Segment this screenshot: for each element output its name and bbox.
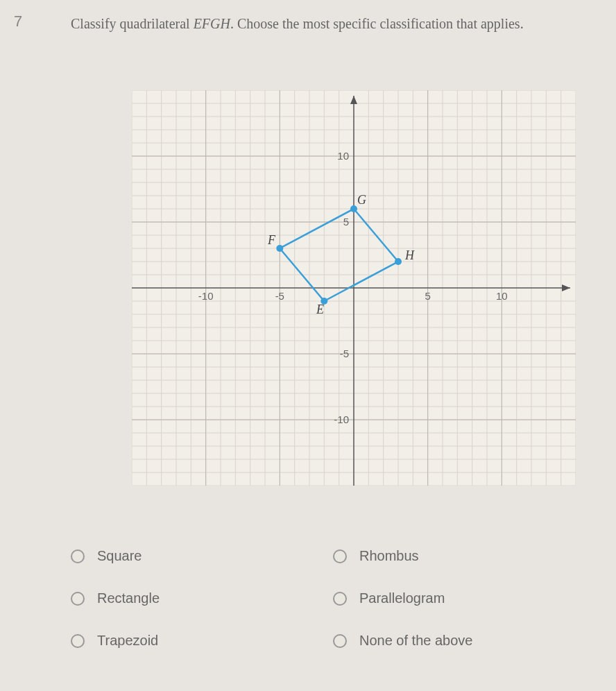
x-tick-10: 10 [496,290,508,302]
option-rectangle[interactable]: Rectangle [71,590,319,606]
option-parallelogram[interactable]: Parallelogram [333,590,581,606]
option-label: None of the above [359,633,472,649]
y-tick-neg5: -5 [340,348,349,359]
x-tick-5: 5 [425,290,431,302]
label-h: H [404,248,415,262]
option-label: Parallelogram [359,590,445,606]
radio-icon [71,592,85,606]
radio-icon [71,549,85,563]
question-suffix: . Choose the most specific classificatio… [230,16,524,31]
question-shape-name: EFGH [194,16,230,31]
coordinate-plane: -10 -5 5 10 10 5 -5 -10 E F G H [132,90,576,486]
option-label: Rectangle [97,590,160,606]
svg-marker-70 [562,284,570,291]
option-label: Trapezoid [97,633,158,649]
radio-icon [333,634,347,648]
option-rhombus[interactable]: Rhombus [333,548,581,564]
x-tick-neg10: -10 [198,290,214,302]
question-number: 7 [14,12,22,31]
question-text: Classify quadrilateral EFGH. Choose the … [71,12,595,35]
radio-icon [333,592,347,606]
y-tick-5: 5 [343,216,349,228]
answer-options: Square Rhombus Rectangle Parallelogram T… [71,548,581,649]
option-trapezoid[interactable]: Trapezoid [71,633,319,649]
question-prefix: Classify quadrilateral [71,16,194,31]
point-g [350,205,357,212]
label-f: F [267,233,276,247]
y-tick-neg10: -10 [334,413,349,425]
option-label: Square [97,548,142,564]
option-none[interactable]: None of the above [333,633,581,649]
radio-icon [71,634,85,648]
svg-marker-71 [350,96,357,104]
radio-icon [333,549,347,563]
label-g: G [357,193,366,207]
option-square[interactable]: Square [71,548,319,564]
graph-svg: -10 -5 5 10 10 5 -5 -10 E F G H [132,90,576,486]
x-tick-neg5: -5 [275,290,284,302]
y-tick-10: 10 [337,150,349,162]
point-h [395,258,402,265]
label-e: E [316,302,324,316]
option-label: Rhombus [359,548,419,564]
point-f [276,245,283,252]
